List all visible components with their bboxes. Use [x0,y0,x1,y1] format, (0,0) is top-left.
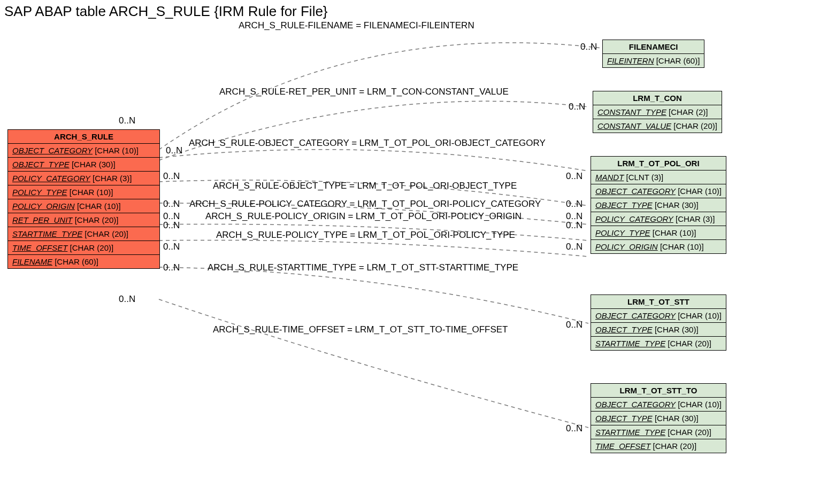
cardinality: 0..N [166,145,182,156]
entity-lrm-t-con: LRM_T_CON CONSTANT_TYPE [CHAR (2)] CONST… [593,91,722,133]
entity-header: ARCH_S_RULE [8,130,159,144]
cardinality: 0..N [566,320,582,330]
entity-filenameci: FILENAMECI FILEINTERN [CHAR (60)] [602,40,704,68]
cardinality: 0..N [119,294,135,305]
cardinality: 0..N [569,102,585,112]
cardinality: 0..N [163,171,180,182]
cardinality: 0..N [566,199,582,210]
cardinality: 0..N [580,42,597,52]
relation-label: ARCH_S_RULE-STARTTIME_TYPE = LRM_T_OT_ST… [208,262,518,273]
cardinality: 0..N [119,115,135,126]
entity-lrm-t-ot-pol-ori: LRM_T_OT_POL_ORI MANDT [CLNT (3)] OBJECT… [591,156,726,254]
cardinality: 0..N [163,220,180,231]
cardinality: 0..N [566,171,582,182]
relation-label: ARCH_S_RULE-POLICY_CATEGORY = LRM_T_OT_P… [189,199,541,210]
relation-label: ARCH_S_RULE-POLICY_TYPE = LRM_T_OT_POL_O… [216,230,515,241]
cardinality: 0..N [566,423,582,434]
relation-label: ARCH_S_RULE-FILENAME = FILENAMECI-FILEIN… [239,20,474,31]
cardinality: 0..N [163,199,180,210]
page-title: SAP ABAP table ARCH_S_RULE {IRM Rule for… [4,3,328,20]
relation-label: ARCH_S_RULE-TIME_OFFSET = LRM_T_OT_STT_T… [213,324,508,335]
relation-label: ARCH_S_RULE-OBJECT_CATEGORY = LRM_T_OT_P… [189,138,546,149]
relation-label: ARCH_S_RULE-RET_PER_UNIT = LRM_T_CON-CON… [219,87,509,97]
relation-label: ARCH_S_RULE-OBJECT_TYPE = LRM_T_OT_POL_O… [213,181,517,191]
relation-label: ARCH_S_RULE-POLICY_ORIGIN = LRM_T_OT_POL… [205,211,522,222]
entity-lrm-t-ot-stt-to: LRM_T_OT_STT_TO OBJECT_CATEGORY [CHAR (1… [591,383,726,453]
cardinality: 0..N [566,242,582,252]
cardinality: 0..N [566,220,582,231]
entity-lrm-t-ot-stt: LRM_T_OT_STT OBJECT_CATEGORY [CHAR (10)]… [591,294,726,351]
cardinality: 0..N [163,262,180,273]
cardinality: 0..N [163,242,180,252]
entity-arch-s-rule: ARCH_S_RULE OBJECT_CATEGORY [CHAR (10)] … [7,129,160,269]
